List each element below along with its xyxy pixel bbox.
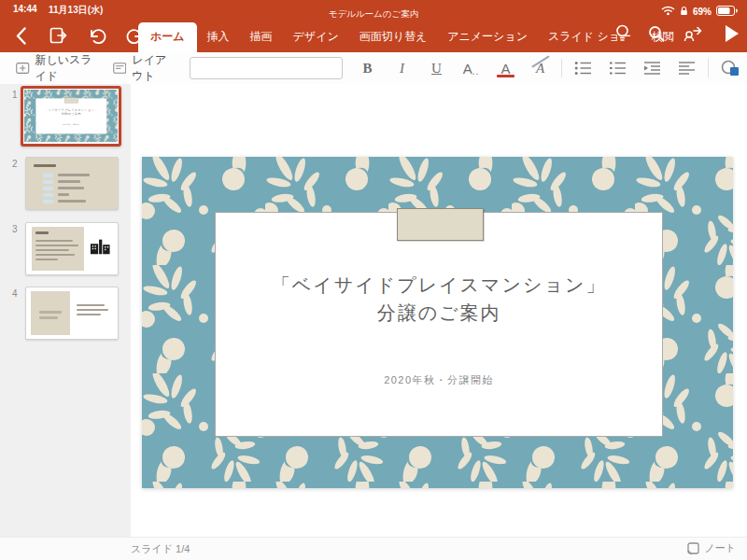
text-placeholder [34, 164, 56, 167]
text-placeholder [35, 249, 69, 251]
text-placeholder [58, 200, 86, 203]
layout-label: レイアウト [132, 52, 176, 84]
thumbnail-slide-1-selected[interactable]: 「ベイサイドプレイスマンション」 分譲のご案内 2020年秋・分譲開始 [21, 86, 121, 147]
table-label-placeholder [43, 187, 53, 190]
thumbnail-slide-3[interactable] [25, 222, 119, 275]
slide-editing-canvas[interactable]: 「ベイサイドプレイスマンション」 分譲のご案内 2020年秋・分譲開始 [142, 157, 733, 488]
thumbnail-number: 2 [12, 159, 18, 169]
tab-home[interactable]: ホーム [138, 22, 197, 52]
new-slide-label: 新しいスライド [35, 52, 96, 84]
text-placeholder [35, 240, 73, 242]
mini-slide-canvas: 「ベイサイドプレイスマンション」 分譲のご案内 2020年秋・分譲開始 [24, 90, 118, 142]
slide-counter: スライド 1/4 [131, 542, 190, 556]
text-effects-button[interactable]: A [523, 52, 557, 84]
tab-draw[interactable]: 描画 [240, 21, 283, 52]
thumbnail-slide-2[interactable] [25, 157, 119, 210]
shapes-button[interactable] [712, 52, 747, 84]
tab-transitions[interactable]: 画面切り替え [349, 21, 438, 52]
table-label-placeholder [43, 193, 53, 197]
align-button[interactable] [669, 52, 704, 84]
text-placeholder [77, 314, 101, 315]
tell-me-lightbulb-icon[interactable] [615, 24, 629, 47]
layout-button[interactable]: レイアウト [105, 52, 184, 84]
ribbon-tabs: ホーム 挿入 描画 デザイン 画面切り替え アニメーション スライド ショー 校… [138, 19, 684, 52]
table-label-placeholder [43, 174, 53, 177]
indent-button[interactable] [635, 52, 669, 84]
mini-ornament-tab [64, 98, 78, 104]
thumbnail-number: 4 [12, 288, 18, 299]
toolbar-divider [708, 59, 709, 77]
play-slideshow-button[interactable] [725, 24, 740, 47]
slide-subtitle-text[interactable]: 2020年秋・分譲開始 [216, 373, 663, 387]
tab-design[interactable]: デザイン [283, 21, 349, 52]
back-button[interactable] [9, 24, 32, 47]
slide-ornament-tab[interactable] [397, 208, 484, 241]
buildings-image-placeholder [90, 238, 110, 259]
text-placeholder [35, 254, 75, 256]
text-placeholder [58, 187, 84, 189]
text-placeholder [58, 193, 69, 196]
home-toolbar: 新しいスライド レイアウト B I U A A A [0, 52, 747, 85]
slide-title-line-2: 分譲のご案内 [216, 299, 663, 327]
thumbnail-slide-4[interactable] [25, 287, 119, 340]
undo-button[interactable] [86, 24, 108, 47]
table-label-placeholder [43, 200, 53, 203]
text-placeholder [58, 174, 90, 176]
mini-slide-title: 「ベイサイドプレイスマンション」 分譲のご案内 [35, 107, 106, 116]
slide-thumbnail-panel: 1 「ベイサイドプレイスマンション」 分譲のご案内 2 [0, 84, 131, 538]
tab-animations[interactable]: アニメーション [437, 21, 538, 52]
mini-title-box: 「ベイサイドプレイスマンション」 分譲のご案内 2020年秋・分譲開始 [35, 98, 106, 133]
editor-body: 1 「ベイサイドプレイスマンション」 分譲のご案内 2 [0, 84, 747, 538]
notes-label: ノート [704, 541, 736, 555]
text-placeholder [39, 311, 62, 314]
bullets-button[interactable] [566, 52, 600, 84]
italic-button[interactable]: I [385, 52, 419, 84]
text-placeholder [39, 316, 58, 319]
table-label-placeholder [43, 180, 53, 184]
text-placeholder [35, 245, 78, 246]
thumbnail-number: 1 [12, 90, 18, 100]
underline-button[interactable]: U [419, 52, 454, 84]
slide-title-text[interactable]: 「ベイサイドプレイスマンション」 分譲のご案内 [216, 271, 663, 327]
font-name-field[interactable] [190, 57, 343, 79]
search-icon[interactable] [648, 25, 665, 46]
ribbon-bar: ホーム 挿入 描画 デザイン 画面切り替え アニメーション スライド ショー 校… [0, 19, 747, 52]
slide-title-line-1: 「ベイサイドプレイスマンション」 [216, 271, 663, 299]
font-size-button[interactable]: A [454, 52, 488, 84]
numbering-button[interactable] [600, 52, 635, 84]
text-placeholder [35, 231, 49, 234]
text-placeholder [58, 180, 80, 183]
text-placeholder [77, 309, 108, 311]
mini-slide-subtitle: 2020年秋・分譲開始 [35, 124, 106, 126]
font-color-swatch [497, 75, 514, 77]
tab-insert[interactable]: 挿入 [197, 21, 240, 52]
content-panel-placeholder [31, 291, 70, 335]
new-slide-button[interactable]: 新しいスライド [7, 52, 105, 84]
font-color-button[interactable]: A [488, 52, 523, 84]
app-window: 14:44 11月13日(水) 69% モデルルームのご案内 [0, 0, 747, 560]
text-placeholder [35, 259, 58, 260]
notes-button[interactable]: ノート [687, 541, 736, 555]
content-panel-placeholder [32, 227, 84, 271]
share-icon[interactable] [684, 25, 702, 46]
bold-button[interactable]: B [350, 52, 385, 84]
status-footer: スライド 1/4 ノート [0, 537, 747, 560]
slide-title-box[interactable]: 「ベイサイドプレイスマンション」 分譲のご案内 2020年秋・分譲開始 [215, 212, 664, 437]
text-placeholder [77, 304, 105, 306]
thumbnail-number: 3 [12, 224, 18, 234]
toolbar-divider [561, 59, 562, 77]
file-export-icon[interactable] [48, 24, 70, 47]
